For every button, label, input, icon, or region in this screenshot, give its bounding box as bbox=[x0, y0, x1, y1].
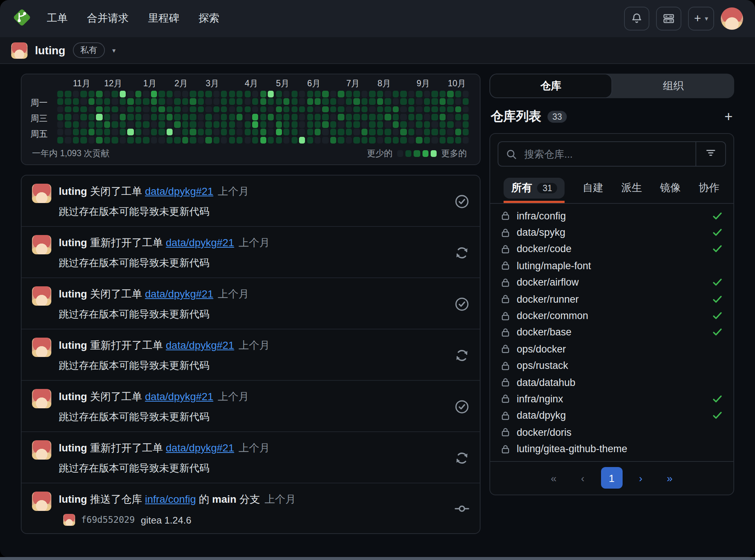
repo-row[interactable]: docker/base bbox=[490, 324, 733, 341]
lock-icon bbox=[500, 427, 510, 438]
feed-user-avatar[interactable] bbox=[32, 184, 51, 203]
repo-name-link[interactable]: docker/base bbox=[517, 327, 571, 338]
repo-name-link[interactable]: docker/common bbox=[517, 310, 588, 321]
feed-user-avatar[interactable] bbox=[32, 235, 51, 254]
repo-name-link[interactable]: data/spykg bbox=[517, 227, 565, 238]
pagination-last[interactable]: » bbox=[659, 467, 681, 489]
feed-repo-link[interactable]: data/dpykg bbox=[166, 236, 217, 248]
repo-row[interactable]: ops/rustack bbox=[490, 357, 733, 374]
repo-filter-label: 自建 bbox=[582, 181, 603, 195]
repo-filter-2[interactable]: 派生 bbox=[621, 174, 642, 203]
heatmap-cell bbox=[135, 106, 142, 113]
nav-link-1[interactable]: 合并请求 bbox=[87, 12, 129, 25]
repo-name-link[interactable]: infra/config bbox=[517, 210, 566, 221]
repo-row[interactable]: docker/common bbox=[490, 308, 733, 324]
repo-name-link[interactable]: infra/nginx bbox=[517, 393, 563, 405]
nav-link-2[interactable]: 里程碑 bbox=[148, 12, 179, 25]
feed-user-link[interactable]: luting bbox=[59, 288, 87, 300]
heatmap-week-column bbox=[447, 91, 453, 144]
heatmap-cell bbox=[408, 114, 415, 120]
heatmap-legend-swatch bbox=[397, 150, 403, 157]
repo-name-link[interactable]: luting/gitea-github-theme bbox=[517, 443, 627, 454]
notifications-button[interactable] bbox=[624, 7, 649, 30]
repo-row[interactable]: infra/config bbox=[490, 207, 733, 224]
tab-organizations[interactable]: 组织 bbox=[613, 74, 734, 98]
feed-user-avatar[interactable] bbox=[32, 440, 51, 460]
create-new-button[interactable]: + ▾ bbox=[688, 7, 714, 30]
feed-issue-link[interactable]: #21 bbox=[196, 185, 213, 197]
heatmap-cell bbox=[330, 129, 337, 136]
repo-row[interactable]: docker/airflow bbox=[490, 274, 733, 291]
feed-issue-link[interactable]: #21 bbox=[196, 390, 213, 402]
heatmap-cell bbox=[362, 137, 368, 144]
repo-name-link[interactable]: data/datahub bbox=[517, 377, 575, 388]
tab-repositories[interactable]: 仓库 bbox=[489, 74, 612, 98]
feed-user-avatar[interactable] bbox=[32, 492, 51, 511]
repo-filter-3[interactable]: 镜像 bbox=[660, 174, 681, 203]
repo-list-header: 仓库列表 33 + bbox=[491, 108, 733, 125]
repo-filter-1[interactable]: 自建 bbox=[582, 174, 603, 203]
repo-row[interactable]: docker/runner bbox=[490, 291, 733, 308]
feed-issue-link[interactable]: #21 bbox=[217, 339, 234, 351]
repo-name-link[interactable]: docker/doris bbox=[517, 427, 571, 438]
repo-row[interactable]: docker/doris bbox=[490, 424, 733, 441]
repo-row[interactable]: data/dpykg bbox=[490, 407, 733, 424]
repo-filter-0[interactable]: 所有31 bbox=[504, 174, 565, 203]
feed-issue-link[interactable]: #21 bbox=[217, 236, 234, 248]
heatmap-cell bbox=[81, 129, 87, 136]
profile-avatar[interactable] bbox=[11, 42, 28, 58]
feed-repo-link[interactable]: infra/config bbox=[145, 493, 196, 505]
repo-row[interactable]: luting/gitea-github-theme bbox=[490, 441, 733, 457]
heatmap-cell bbox=[338, 91, 344, 97]
user-menu-avatar[interactable] bbox=[721, 7, 743, 30]
feed-repo-link[interactable]: data/dpykg bbox=[145, 185, 196, 197]
feed-issue-link[interactable]: #21 bbox=[217, 442, 234, 454]
repo-row[interactable]: luting/maple-font bbox=[490, 257, 733, 274]
repo-row[interactable]: ops/docker bbox=[490, 341, 733, 357]
home-logo-link[interactable] bbox=[12, 7, 32, 30]
feed-user-avatar[interactable] bbox=[32, 286, 51, 306]
repo-filter-button[interactable] bbox=[695, 142, 725, 166]
repo-row[interactable]: data/datahub bbox=[490, 374, 733, 391]
feed-time: 上个月 bbox=[238, 339, 270, 351]
feed-repo-link[interactable]: data/dpykg bbox=[145, 390, 196, 402]
feed-user-link[interactable]: luting bbox=[59, 339, 87, 351]
repo-name-link[interactable]: ops/rustack bbox=[517, 360, 568, 371]
feed-user-avatar[interactable] bbox=[32, 338, 51, 357]
feed-user-link[interactable]: luting bbox=[59, 185, 87, 197]
admin-panel-button[interactable] bbox=[656, 7, 681, 30]
repo-row[interactable]: docker/code bbox=[490, 241, 733, 258]
repo-row[interactable]: data/spykg bbox=[490, 224, 733, 241]
repo-name-link[interactable]: docker/airflow bbox=[517, 277, 579, 288]
feed-repo-link[interactable]: data/dpykg bbox=[145, 288, 196, 300]
repo-name-link[interactable]: docker/runner bbox=[517, 293, 579, 305]
feed-user-link[interactable]: luting bbox=[59, 390, 87, 402]
feed-repo-link[interactable]: data/dpykg bbox=[166, 339, 217, 351]
repo-name-link[interactable]: ops/docker bbox=[517, 344, 566, 355]
commit-sha-link[interactable]: f69d552029 bbox=[81, 515, 135, 525]
heatmap-week-column bbox=[81, 91, 87, 144]
repo-row[interactable]: infra/nginx bbox=[490, 391, 733, 408]
feed-repo-link[interactable]: data/dpykg bbox=[166, 442, 217, 454]
repo-search-input[interactable] bbox=[523, 148, 695, 160]
pagination-next[interactable]: › bbox=[630, 467, 652, 489]
heatmap-cell bbox=[112, 137, 118, 144]
repo-filter-4[interactable]: 协作 bbox=[698, 174, 719, 203]
new-repo-button[interactable]: + bbox=[725, 109, 733, 123]
repo-name-link[interactable]: data/dpykg bbox=[517, 410, 566, 421]
repo-name-link[interactable]: docker/code bbox=[517, 244, 571, 255]
feed-comment: 跳过存在版本可能导致未更新代码 bbox=[59, 257, 445, 270]
heatmap-cell bbox=[151, 121, 157, 128]
nav-link-3[interactable]: 探索 bbox=[199, 12, 219, 25]
heatmap-cell bbox=[143, 114, 150, 120]
feed-user-link[interactable]: luting bbox=[59, 493, 87, 505]
feed-user-avatar[interactable] bbox=[32, 389, 51, 408]
nav-link-0[interactable]: 工单 bbox=[47, 12, 68, 25]
heatmap-week-column bbox=[120, 91, 126, 144]
repo-name-link[interactable]: luting/maple-font bbox=[517, 260, 591, 271]
pagination-page-1[interactable]: 1 bbox=[601, 467, 623, 489]
feed-user-link[interactable]: luting bbox=[59, 236, 87, 248]
profile-dropdown-caret[interactable]: ▾ bbox=[112, 46, 116, 54]
feed-user-link[interactable]: luting bbox=[59, 442, 87, 454]
feed-issue-link[interactable]: #21 bbox=[196, 288, 213, 300]
